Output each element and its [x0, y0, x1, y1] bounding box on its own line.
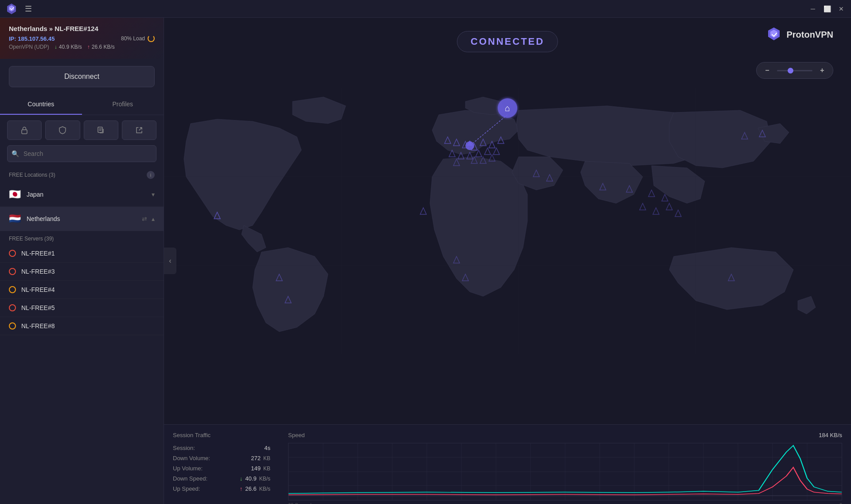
info-button[interactable]: i: [147, 171, 155, 179]
server-status-dot: [9, 286, 16, 293]
svg-rect-1: [98, 127, 102, 132]
up-speed-value: 26.6 KB/s: [92, 44, 115, 50]
zoom-slider[interactable]: [777, 70, 812, 71]
server-status-dot: [9, 322, 16, 330]
window-controls: ─ ⬜ ✕: [808, 4, 846, 13]
hamburger-menu[interactable]: ☰: [25, 4, 32, 14]
netherlands-connect-icon[interactable]: ⇄: [142, 215, 147, 222]
tab-profiles[interactable]: Profiles: [82, 94, 164, 115]
japan-expand-icon[interactable]: ▾: [152, 191, 155, 198]
filter-streaming[interactable]: [122, 120, 156, 140]
server-item-nl-free-3[interactable]: NL-FREE#3: [0, 263, 164, 281]
server-item-nl-free-5[interactable]: NL-FREE#5: [0, 299, 164, 317]
speed-chart: Speed 184 KB/s: [288, 432, 842, 497]
server-name: NL-FREE#8: [21, 322, 55, 330]
server-item-nl-free-8[interactable]: NL-FREE#8: [0, 317, 164, 335]
up-arrow-icon: ↑: [87, 44, 90, 50]
session-label: Session:: [173, 445, 195, 451]
protocol-label: OpenVPN (UDP): [9, 44, 49, 50]
session-row: Session: 4s: [173, 445, 270, 451]
server-name: NL-FREE#4: [21, 286, 55, 293]
speed-current-value: 184 KB/s: [819, 432, 842, 438]
zoom-out-button[interactable]: −: [762, 65, 773, 76]
server-name: NL-FREE#1: [21, 250, 55, 257]
zoom-controls: − +: [756, 62, 833, 79]
minimize-button[interactable]: ─: [808, 4, 817, 13]
netherlands-name: Netherlands: [27, 215, 142, 222]
speed-header: Speed 184 KB/s: [288, 432, 842, 438]
up-speed-label: Up Speed:: [173, 485, 200, 492]
down-speed-label: Down Speed:: [173, 475, 207, 482]
tab-bar: Countries Profiles: [0, 94, 164, 115]
japan-flag: 🇯🇵: [9, 189, 21, 200]
free-servers-label: FREE Servers (39): [9, 236, 54, 242]
server-status-dot: [9, 304, 16, 311]
chart-bottom: 60 Seconds 0: [288, 502, 842, 504]
ip-row: IP: 185.107.56.45 80% Load: [9, 35, 155, 42]
tab-countries[interactable]: Countries: [0, 94, 82, 115]
close-button[interactable]: ✕: [837, 4, 846, 13]
sidebar: Netherlands » NL-FREE#124 IP: 185.107.56…: [0, 18, 164, 504]
proton-brand-label: ProtonVPN: [786, 30, 833, 40]
load-text: 80% Load: [121, 35, 145, 42]
load-circle-icon: [148, 35, 155, 42]
server-name: NL-FREE#3: [21, 268, 55, 275]
zoom-in-button[interactable]: +: [817, 65, 828, 76]
up-speed-row: Up Speed: ↑ 26.6 KB/s: [173, 485, 270, 492]
svg-rect-0: [22, 130, 27, 134]
free-locations-header: FREE Locations (3) i: [0, 167, 164, 182]
filter-tor[interactable]: [84, 120, 118, 140]
up-arrow: ↑: [240, 485, 243, 492]
ip-label: IP:: [9, 35, 16, 42]
stats-bar: Session Traffic Session: 4s Down Volume:…: [164, 424, 851, 504]
down-volume-value: 272 KB: [251, 455, 270, 461]
netherlands-collapse-icon[interactable]: ▴: [152, 215, 155, 222]
up-volume-value: 149 KB: [251, 465, 270, 472]
down-speed-stat-value: ↓ 40.9 KB/s: [240, 475, 270, 482]
connection-protocol-row: OpenVPN (UDP) ↓ 40.9 KB/s ↑ 26.6 KB/s: [9, 44, 155, 50]
chart-time-end: 0: [839, 502, 842, 504]
up-speed-stat-value: ↑ 26.6 KB/s: [240, 485, 270, 492]
search-box: 🔍: [7, 145, 156, 162]
chart-time-start: 60 Seconds: [288, 502, 314, 504]
server-name: NL-FREE#5: [21, 304, 55, 311]
search-icon: 🔍: [12, 150, 19, 157]
svg-text:⌂: ⌂: [505, 103, 510, 113]
ip-address: 185.107.56.45: [18, 35, 55, 42]
session-value: 4s: [264, 445, 270, 451]
server-status-dot: [9, 268, 16, 275]
filter-secure-core[interactable]: [7, 120, 42, 140]
country-item-japan[interactable]: 🇯🇵 Japan ▾: [0, 182, 164, 207]
filter-row: [0, 115, 164, 145]
search-input[interactable]: [7, 145, 156, 162]
arrow-out-icon: [135, 126, 144, 135]
server-status-dot: [9, 250, 16, 257]
toggle-sidebar-button[interactable]: ‹: [164, 248, 176, 274]
japan-actions: ▾: [152, 191, 155, 198]
japan-name: Japan: [27, 191, 152, 198]
down-arrow-icon: ↓: [55, 44, 57, 50]
disconnect-button[interactable]: Disconnect: [9, 66, 155, 87]
netherlands-flag: 🇳🇱: [9, 213, 21, 225]
map-container: ⌂: [164, 18, 851, 424]
country-item-netherlands[interactable]: 🇳🇱 Netherlands ⇄ ▴: [0, 207, 164, 231]
maximize-button[interactable]: ⬜: [823, 4, 831, 13]
down-volume-label: Down Volume:: [173, 455, 210, 461]
connection-location: Netherlands » NL-FREE#124: [9, 25, 155, 32]
server-item-nl-free-4[interactable]: NL-FREE#4: [0, 281, 164, 299]
server-item-nl-free-1[interactable]: NL-FREE#1: [0, 244, 164, 263]
proton-vpn-logo: [5, 3, 18, 15]
upload-speed: ↑ 26.6 KB/s: [87, 44, 115, 50]
connection-header: Netherlands » NL-FREE#124 IP: 185.107.56…: [0, 18, 164, 59]
free-locations-label: FREE Locations (3): [9, 172, 55, 178]
filter-p2p[interactable]: [45, 120, 80, 140]
speed-title: Speed: [288, 432, 305, 438]
session-traffic-title: Session Traffic: [173, 432, 270, 438]
netherlands-actions: ⇄ ▴: [142, 215, 155, 222]
chart-area: [288, 443, 842, 500]
free-servers-header: FREE Servers (39): [0, 231, 164, 244]
edit-icon: [97, 126, 105, 135]
down-speed-row: Down Speed: ↓ 40.9 KB/s: [173, 475, 270, 482]
shield-icon: [58, 126, 67, 135]
download-speed: ↓ 40.9 KB/s: [55, 44, 82, 50]
